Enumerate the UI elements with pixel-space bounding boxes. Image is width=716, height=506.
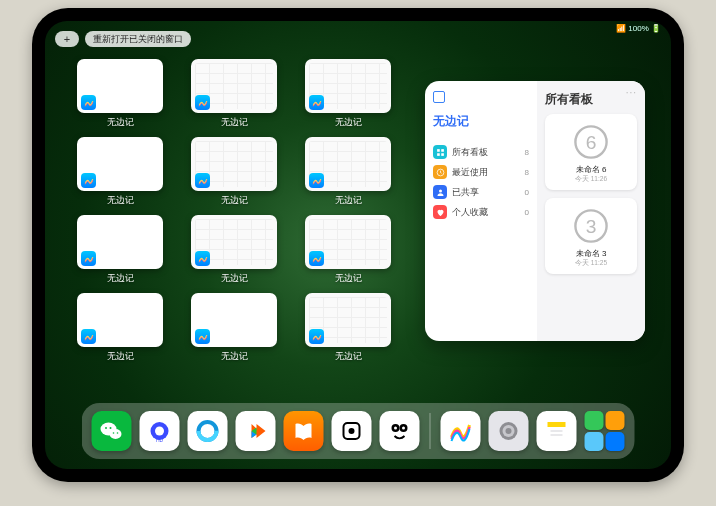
dock-notes-icon[interactable]: [537, 411, 577, 451]
board-card[interactable]: 3 未命名 3 今天 11:25: [545, 198, 637, 274]
nav-count: 8: [525, 168, 529, 177]
svg-point-13: [110, 427, 112, 429]
panel-right: 所有看板 6 未命名 6 今天 11:263 未命名 3 今天 11:25: [537, 81, 645, 341]
window-label: 无边记: [335, 272, 362, 285]
window-label: 无边记: [107, 272, 134, 285]
window-label: 无边记: [221, 350, 248, 363]
new-window-button[interactable]: +: [55, 31, 79, 47]
svg-text:6: 6: [586, 132, 597, 153]
board-name: 未命名 6: [576, 164, 607, 175]
reopen-pill-button[interactable]: 重新打开已关闭的窗口: [85, 31, 191, 47]
freeform-app-icon: [195, 95, 210, 110]
svg-point-17: [155, 427, 164, 436]
nav-label: 最近使用: [452, 166, 488, 179]
freeform-app-icon: [309, 329, 324, 344]
freeform-app-icon: [309, 173, 324, 188]
freeform-app-icon: [81, 173, 96, 188]
nav-count: 0: [525, 208, 529, 217]
window-thumb[interactable]: 无边记: [77, 215, 163, 285]
person-icon: [433, 185, 447, 199]
window-thumb[interactable]: 无边记: [305, 215, 391, 285]
nav-label: 个人收藏: [452, 206, 488, 219]
board-card[interactable]: 6 未命名 6 今天 11:26: [545, 114, 637, 190]
window-thumb[interactable]: 无边记: [77, 293, 163, 363]
heart-icon: [433, 205, 447, 219]
freeform-app-icon: [195, 329, 210, 344]
dock-qqbrowser-icon[interactable]: [188, 411, 228, 451]
svg-point-25: [394, 427, 397, 430]
clock-icon: [433, 165, 447, 179]
panel-more-button[interactable]: ···: [626, 87, 637, 98]
svg-text:3: 3: [586, 216, 597, 237]
dock-freeform-icon[interactable]: [441, 411, 481, 451]
board-name: 未命名 3: [576, 248, 607, 259]
svg-point-29: [506, 428, 512, 434]
dock: HD: [82, 403, 635, 459]
freeform-app-icon: [195, 173, 210, 188]
panel-left-title: 无边记: [433, 113, 529, 130]
freeform-app-icon: [309, 95, 324, 110]
window-label: 无边记: [335, 350, 362, 363]
nav-item-grid[interactable]: 所有看板8: [433, 142, 529, 162]
window-label: 无边记: [107, 350, 134, 363]
nav-item-clock[interactable]: 最近使用8: [433, 162, 529, 182]
svg-point-14: [113, 432, 115, 434]
window-label: 无边记: [335, 116, 362, 129]
dock-settings-icon[interactable]: [489, 411, 529, 451]
dock-kuwo-icon[interactable]: [380, 411, 420, 451]
board-sub: 今天 11:26: [575, 175, 607, 184]
nav-count: 0: [525, 188, 529, 197]
window-label: 无边记: [221, 194, 248, 207]
dock-quark-icon[interactable]: HD: [140, 411, 180, 451]
window-thumb[interactable]: 无边记: [191, 293, 277, 363]
window-thumb[interactable]: 无边记: [191, 59, 277, 129]
window-thumb[interactable]: 无边记: [191, 137, 277, 207]
freeform-sidebar-panel: ··· 无边记 所有看板8最近使用8已共享0个人收藏0 所有看板 6 未命名 6…: [425, 81, 645, 341]
freeform-app-icon: [81, 329, 96, 344]
nav-item-heart[interactable]: 个人收藏0: [433, 202, 529, 222]
freeform-app-icon: [309, 251, 324, 266]
panel-right-title: 所有看板: [545, 91, 637, 108]
nav-count: 8: [525, 148, 529, 157]
dock-wechat-icon[interactable]: [92, 411, 132, 451]
panel-left: 无边记 所有看板8最近使用8已共享0个人收藏0: [425, 81, 537, 341]
window-thumb[interactable]: 无边记: [77, 59, 163, 129]
svg-point-11: [110, 429, 122, 439]
nav-label: 所有看板: [452, 146, 488, 159]
window-thumb[interactable]: 无边记: [305, 137, 391, 207]
window-label: 无边记: [221, 272, 248, 285]
window-label: 无边记: [107, 116, 134, 129]
ipad-frame: 📶 100% 🔋 + 重新打开已关闭的窗口 无边记 无边记 无边记 无边记 无边…: [32, 8, 684, 482]
window-thumb[interactable]: 无边记: [77, 137, 163, 207]
svg-point-22: [349, 428, 355, 434]
freeform-app-icon: [195, 251, 210, 266]
freeform-app-icon: [81, 251, 96, 266]
status-bar: 📶 100% 🔋: [616, 24, 661, 33]
svg-rect-30: [548, 422, 566, 427]
screen: 📶 100% 🔋 + 重新打开已关闭的窗口 无边记 无边记 无边记 无边记 无边…: [45, 21, 671, 469]
board-sketch: 3: [567, 204, 615, 248]
board-sub: 今天 11:25: [575, 259, 607, 268]
svg-point-15: [117, 432, 119, 434]
nav-label: 已共享: [452, 186, 479, 199]
window-label: 无边记: [107, 194, 134, 207]
window-thumb[interactable]: 无边记: [191, 215, 277, 285]
svg-rect-3: [441, 153, 444, 156]
app-switcher-grid: 无边记 无边记 无边记 无边记 无边记 无边记 无边记 无边记: [77, 59, 417, 363]
svg-point-12: [105, 427, 107, 429]
dock-video-icon[interactable]: [236, 411, 276, 451]
window-label: 无边记: [221, 116, 248, 129]
board-sketch: 6: [567, 120, 615, 164]
freeform-app-icon: [81, 95, 96, 110]
svg-rect-31: [548, 427, 566, 440]
dock-recent-stack[interactable]: [585, 411, 625, 451]
window-thumb[interactable]: 无边记: [305, 59, 391, 129]
svg-point-26: [402, 427, 405, 430]
window-thumb[interactable]: 无边记: [305, 293, 391, 363]
dock-separator: [430, 413, 431, 449]
grid-icon: [433, 145, 447, 159]
nav-item-person[interactable]: 已共享0: [433, 182, 529, 202]
dock-books-icon[interactable]: [284, 411, 324, 451]
dock-dice-icon[interactable]: [332, 411, 372, 451]
svg-rect-0: [437, 149, 440, 152]
